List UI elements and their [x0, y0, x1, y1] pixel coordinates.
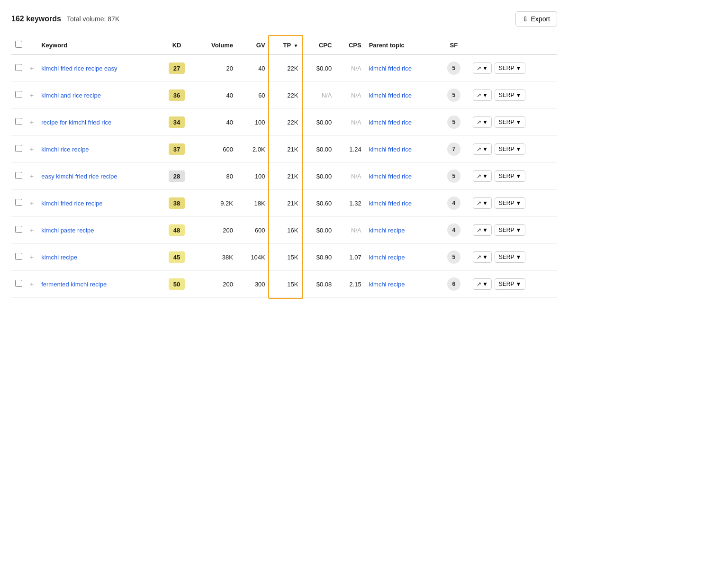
- keyword-link[interactable]: recipe for kimchi fried rice: [41, 119, 111, 126]
- kd-cell: 28: [160, 163, 194, 190]
- trend-button[interactable]: ↗ ▼: [473, 170, 492, 182]
- parent-topic-link[interactable]: kimchi fried rice: [369, 200, 412, 207]
- trend-button[interactable]: ↗ ▼: [473, 224, 492, 236]
- row-checkbox[interactable]: [15, 118, 22, 125]
- add-keyword-icon[interactable]: +: [30, 118, 34, 126]
- parent-topic-link[interactable]: kimchi fried rice: [369, 119, 412, 126]
- row-checkbox-cell: [11, 136, 26, 163]
- row-checkbox[interactable]: [15, 226, 22, 233]
- kd-badge: 37: [169, 143, 185, 155]
- add-keyword-icon[interactable]: +: [30, 226, 34, 234]
- serp-button[interactable]: SERP ▼: [495, 143, 526, 155]
- kd-badge: 36: [169, 89, 185, 101]
- serp-button[interactable]: SERP ▼: [495, 224, 526, 236]
- serp-button[interactable]: SERP ▼: [495, 278, 526, 290]
- kd-cell: 36: [160, 82, 194, 109]
- select-all-checkbox[interactable]: [15, 41, 22, 48]
- kd-badge: 27: [169, 62, 185, 74]
- cpc-cell: $0.08: [302, 271, 336, 298]
- volume-cell: 40: [194, 109, 236, 136]
- table-row: + kimchi recipe 45 38K 104K 15K $0.90 1.…: [11, 244, 557, 271]
- sf-badge: 4: [447, 223, 460, 237]
- keyword-link[interactable]: kimchi fried rice recipe: [41, 200, 102, 207]
- row-checkbox[interactable]: [15, 280, 22, 287]
- header-volume: Volume: [194, 36, 236, 54]
- kd-cell: 45: [160, 244, 194, 271]
- sf-badge: 5: [447, 62, 460, 75]
- table-row: + kimchi rice recipe 37 600 2.0K 21K $0.…: [11, 136, 557, 163]
- trend-button[interactable]: ↗ ▼: [473, 62, 492, 74]
- volume-cell: 38K: [194, 244, 236, 271]
- trend-dropdown-icon: ▼: [482, 65, 488, 71]
- volume-cell: 80: [194, 163, 236, 190]
- parent-topic-link[interactable]: kimchi fried rice: [369, 92, 412, 99]
- cpc-cell: $0.60: [302, 190, 336, 217]
- keyword-cell: kimchi fried rice recipe: [37, 190, 159, 217]
- parent-topic-link[interactable]: kimchi fried rice: [369, 65, 412, 72]
- header-parent-topic: Parent topic: [365, 36, 439, 54]
- keyword-link[interactable]: kimchi paste recipe: [41, 227, 94, 234]
- row-checkbox[interactable]: [15, 64, 22, 71]
- gv-cell: 2.0K: [237, 136, 269, 163]
- serp-label: SERP: [499, 227, 514, 233]
- trend-button[interactable]: ↗ ▼: [473, 251, 492, 263]
- keyword-link[interactable]: kimchi and rice recipe: [41, 92, 101, 99]
- add-keyword-icon[interactable]: +: [30, 172, 34, 180]
- add-keyword-icon[interactable]: +: [30, 199, 34, 207]
- cps-cell: 1.07: [335, 244, 365, 271]
- actions-cell: ↗ ▼ SERP ▼: [469, 190, 557, 217]
- keyword-link[interactable]: kimchi rice recipe: [41, 146, 89, 153]
- row-checkbox[interactable]: [15, 145, 22, 152]
- tp-cell: 22K: [269, 109, 302, 136]
- row-checkbox[interactable]: [15, 199, 22, 206]
- keyword-link[interactable]: kimchi fried rice recipe easy: [41, 65, 117, 72]
- serp-button[interactable]: SERP ▼: [495, 62, 526, 74]
- add-keyword-icon[interactable]: +: [30, 280, 34, 288]
- keyword-link[interactable]: fermented kimchi recipe: [41, 281, 107, 288]
- serp-button[interactable]: SERP ▼: [495, 116, 526, 128]
- keyword-link[interactable]: easy kimchi fried rice recipe: [41, 173, 117, 180]
- sf-cell: 4: [439, 190, 469, 217]
- trend-button[interactable]: ↗ ▼: [473, 116, 492, 128]
- trend-button[interactable]: ↗ ▼: [473, 89, 492, 101]
- parent-topic-link[interactable]: kimchi recipe: [369, 281, 405, 288]
- serp-button[interactable]: SERP ▼: [495, 251, 526, 263]
- serp-dropdown-icon: ▼: [516, 146, 522, 152]
- trend-dropdown-icon: ▼: [482, 200, 488, 206]
- kd-badge: 48: [169, 224, 185, 236]
- cpc-cell: $0.00: [302, 109, 336, 136]
- add-keyword-icon[interactable]: +: [30, 64, 34, 72]
- parent-topic-cell: kimchi fried rice: [365, 136, 439, 163]
- serp-dropdown-icon: ▼: [516, 119, 522, 125]
- row-checkbox[interactable]: [15, 172, 22, 179]
- trend-icon: ↗: [477, 254, 481, 260]
- trend-button[interactable]: ↗ ▼: [473, 197, 492, 209]
- add-keyword-icon[interactable]: +: [30, 91, 34, 99]
- keyword-link[interactable]: kimchi recipe: [41, 254, 77, 261]
- parent-topic-link[interactable]: kimchi fried rice: [369, 173, 412, 180]
- sf-badge: 6: [447, 277, 460, 291]
- serp-button[interactable]: SERP ▼: [495, 197, 526, 209]
- header-cpc: CPC: [302, 36, 336, 54]
- add-keyword-icon[interactable]: +: [30, 145, 34, 153]
- export-button[interactable]: ⇩ Export: [515, 11, 557, 27]
- parent-topic-link[interactable]: kimchi fried rice: [369, 146, 412, 153]
- row-checkbox-cell: [11, 54, 26, 82]
- gv-cell: 100: [237, 163, 269, 190]
- trend-dropdown-icon: ▼: [482, 254, 488, 260]
- serp-button[interactable]: SERP ▼: [495, 170, 526, 182]
- trend-button[interactable]: ↗ ▼: [473, 143, 492, 155]
- row-plus-cell: +: [26, 82, 37, 109]
- row-checkbox[interactable]: [15, 91, 22, 98]
- parent-topic-link[interactable]: kimchi recipe: [369, 254, 405, 261]
- parent-topic-link[interactable]: kimchi recipe: [369, 227, 405, 234]
- row-checkbox[interactable]: [15, 253, 22, 260]
- row-plus-cell: +: [26, 136, 37, 163]
- serp-button[interactable]: SERP ▼: [495, 89, 526, 101]
- trend-button[interactable]: ↗ ▼: [473, 278, 492, 290]
- parent-topic-cell: kimchi fried rice: [365, 109, 439, 136]
- add-keyword-icon[interactable]: +: [30, 253, 34, 261]
- keyword-cell: fermented kimchi recipe: [37, 271, 159, 298]
- volume-cell: 20: [194, 54, 236, 82]
- header-tp[interactable]: TP ▼: [269, 36, 302, 54]
